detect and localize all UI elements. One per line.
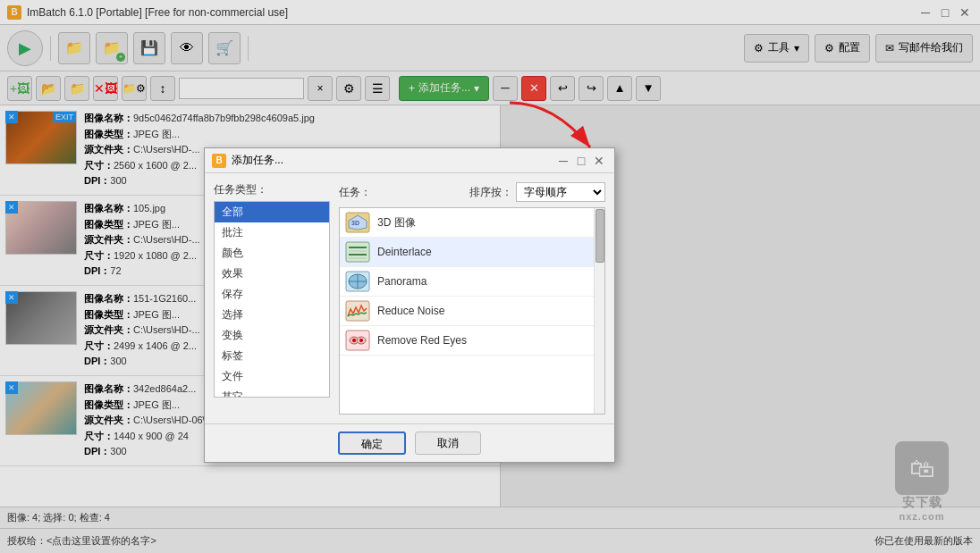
task-list: 3D 3D 图像 <box>339 207 605 415</box>
dialog-tasks-panel: 任务： 排序按： 字母顺序 默认顺序 <box>339 182 605 415</box>
dialog-ok-button[interactable]: 确定 <box>338 432 406 455</box>
svg-text:3D: 3D <box>351 220 359 226</box>
dialog-cancel-button[interactable]: 取消 <box>415 432 481 455</box>
dialog-overlay[interactable]: B 添加任务... ─ □ ✕ 任务类型： 全部 批注 颜色 效果 保存 选择 <box>0 0 980 553</box>
task-name-3d: 3D 图像 <box>377 215 416 230</box>
panorama-icon <box>345 271 370 292</box>
dialog-body: 任务类型： 全部 批注 颜色 效果 保存 选择 变换 标签 文件 其它 任务： <box>205 173 614 423</box>
dialog-right-header: 任务： 排序按： 字母顺序 默认顺序 <box>339 182 605 202</box>
task-name-panorama: Panorama <box>377 275 427 288</box>
category-item-all[interactable]: 全部 <box>215 202 329 222</box>
dialog-categories-panel: 任务类型： 全部 批注 颜色 效果 保存 选择 变换 标签 文件 其它 <box>214 182 330 415</box>
category-item-color[interactable]: 颜色 <box>215 243 329 264</box>
sort-label: 排序按： <box>469 185 512 200</box>
task-name-remove-red-eyes: Remove Red Eyes <box>377 334 467 347</box>
task-name-reduce-noise: Reduce Noise <box>377 305 444 317</box>
deinterlace-icon <box>345 241 370 263</box>
category-item-other[interactable]: 其它 <box>215 387 329 398</box>
task-item-3d-image[interactable]: 3D 3D 图像 <box>340 208 604 238</box>
remove-red-eyes-icon <box>345 330 370 351</box>
task-name-deinterlace: Deinterlace <box>377 246 432 258</box>
task-type-label: 任务类型： <box>214 182 330 197</box>
category-item-effect[interactable]: 效果 <box>215 264 329 284</box>
dialog-close-btn[interactable]: ✕ <box>591 153 607 169</box>
svg-point-16 <box>352 339 356 342</box>
dialog-maximize-btn[interactable]: □ <box>573 153 589 169</box>
svg-point-18 <box>359 339 363 342</box>
category-item-tag[interactable]: 标签 <box>215 346 329 366</box>
category-item-annotation[interactable]: 批注 <box>215 222 329 243</box>
category-item-select[interactable]: 选择 <box>215 305 329 325</box>
reduce-noise-icon <box>345 300 370 322</box>
3d-image-icon: 3D <box>345 212 370 233</box>
add-task-dialog: B 添加任务... ─ □ ✕ 任务类型： 全部 批注 颜色 效果 保存 选择 <box>204 147 615 463</box>
sort-select[interactable]: 字母顺序 默认顺序 <box>516 182 605 202</box>
task-label: 任务： <box>339 185 371 200</box>
category-item-transform[interactable]: 变换 <box>215 325 329 346</box>
task-item-reduce-noise[interactable]: Reduce Noise <box>340 297 604 326</box>
svg-rect-4 <box>346 242 369 262</box>
task-item-deinterlace[interactable]: Deinterlace <box>340 238 604 267</box>
category-item-file[interactable]: 文件 <box>215 366 329 387</box>
task-item-panorama[interactable]: Panorama <box>340 267 604 297</box>
dialog-title: 添加任务... <box>232 153 283 168</box>
dialog-footer: 确定 取消 <box>205 423 614 462</box>
scroll-thumb[interactable] <box>596 209 604 263</box>
task-item-remove-red-eyes[interactable]: Remove Red Eyes <box>340 326 604 356</box>
task-list-scrollbar[interactable] <box>594 208 604 414</box>
dialog-title-bar: B 添加任务... ─ □ ✕ <box>205 148 614 173</box>
category-item-save[interactable]: 保存 <box>215 284 329 305</box>
dialog-app-icon: B <box>212 154 226 168</box>
category-list: 全部 批注 颜色 效果 保存 选择 变换 标签 文件 其它 <box>214 201 330 398</box>
dialog-minimize-btn[interactable]: ─ <box>555 153 571 169</box>
